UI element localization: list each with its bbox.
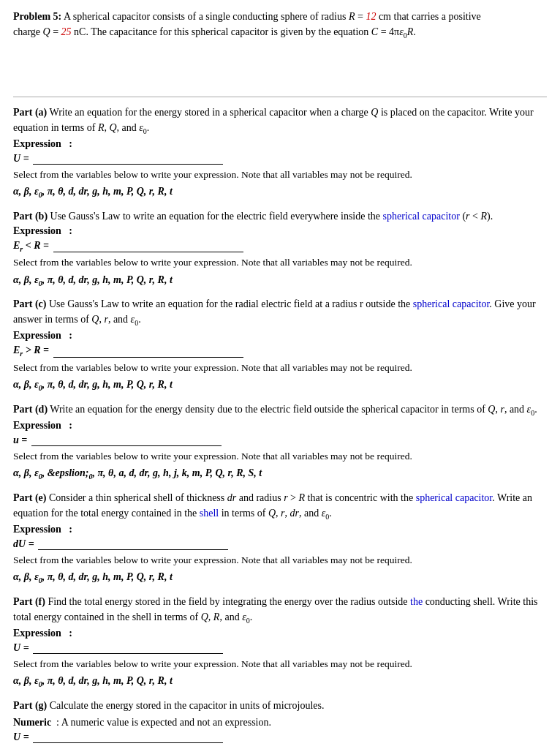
- part-a-section: Part (a) Write an equation for the energ…: [13, 105, 547, 201]
- problem-intro-text: A spherical capacitor consists of a sing…: [64, 11, 481, 22]
- part-f-var-list: α, β, ε0, π, θ, d, dr, g, h, m, P, Q, r,…: [13, 673, 547, 690]
- part-e-select-instruction: Select from the variables below to write…: [13, 553, 547, 568]
- part-e-section: Part (e) Consider a thin spherical shell…: [13, 490, 547, 587]
- part-f-field-line: U =: [13, 642, 547, 654]
- part-g-section: Part (g) Calculate the energy stored in …: [13, 698, 547, 743]
- part-a-expression-label: Expression :: [13, 138, 547, 150]
- part-b-label: Part (b): [13, 211, 48, 222]
- part-b-input-field[interactable]: [53, 242, 243, 252]
- part-c-input-field[interactable]: [53, 347, 243, 358]
- part-d-input-field[interactable]: [31, 436, 222, 446]
- part-c-var-list: α, β, ε0, π, θ, d, dr, g, h, m, P, Q, r,…: [13, 377, 547, 394]
- part-g-field-line: U =: [13, 731, 547, 743]
- part-b-field-line: Er < R =: [13, 240, 547, 253]
- part-a-input-field[interactable]: [33, 154, 223, 165]
- part-c-text: Part (c) Use Gauss's Law to write an equ…: [13, 296, 547, 328]
- part-b-select-instruction: Select from the variables below to write…: [13, 255, 547, 270]
- part-b-text: Part (b) Use Gauss's Law to write an equ…: [13, 208, 547, 224]
- problem-charge-text: charge Q = 25 nC. The capacitance for th…: [13, 26, 416, 37]
- part-a-select-instruction: Select from the variables below to write…: [13, 168, 547, 182]
- part-e-var-list: α, β, ε0, π, θ, d, dr, g, h, m, P, Q, r,…: [13, 569, 547, 587]
- part-d-text: Part (d) Write an equation for the energ…: [13, 402, 547, 418]
- part-g-label: Part (g): [13, 700, 47, 711]
- part-b-section: Part (b) Use Gauss's Law to write an equ…: [13, 208, 547, 290]
- part-c-label: Part (c): [13, 298, 46, 309]
- problem-number: Problem 5:: [13, 11, 61, 22]
- part-d-label: Part (d): [13, 404, 48, 415]
- section-divider: [13, 97, 547, 97]
- part-b-var-list: α, β, ε0, π, θ, d, dr, g, h, m, P, Q, r,…: [13, 272, 547, 290]
- part-a-label: Part (a): [13, 107, 47, 118]
- part-f-label: Part (f): [13, 596, 45, 607]
- part-d-field-line: u =: [13, 434, 547, 446]
- part-g-text: Part (g) Calculate the energy stored in …: [13, 698, 547, 713]
- part-c-field-line: Er > R =: [13, 345, 547, 358]
- part-f-input-field[interactable]: [33, 644, 223, 654]
- part-e-expression-label: Expression :: [13, 524, 547, 535]
- part-a-field-line: U =: [13, 153, 547, 165]
- part-c-expression-label: Expression :: [13, 330, 547, 342]
- part-c-select-instruction: Select from the variables below to write…: [13, 361, 547, 375]
- part-a-text: Part (a) Write an equation for the energ…: [13, 105, 547, 137]
- part-f-expression-label: Expression :: [13, 628, 547, 639]
- part-d-var-list: α, β, ε0, &epslion;0, π, θ, a, d, dr, g,…: [13, 465, 547, 483]
- part-a-var-list: α, β, ε0, π, θ, d, dr, g, h, m, P, Q, r,…: [13, 184, 547, 201]
- top-spacer: [13, 45, 547, 89]
- part-d-select-instruction: Select from the variables below to write…: [13, 449, 547, 464]
- part-f-select-instruction: Select from the variables below to write…: [13, 657, 547, 671]
- part-f-section: Part (f) Find the total energy stored in…: [13, 594, 547, 690]
- part-d-expression-label: Expression :: [13, 420, 547, 432]
- part-e-label: Part (e): [13, 492, 46, 503]
- part-e-field-line: dU =: [13, 538, 547, 550]
- part-f-text: Part (f) Find the total energy stored in…: [13, 594, 547, 626]
- part-e-text: Part (e) Consider a thin spherical shell…: [13, 490, 547, 522]
- part-b-expression-label: Expression :: [13, 225, 547, 237]
- problem-header: Problem 5: A spherical capacitor consist…: [13, 9, 547, 41]
- part-d-section: Part (d) Write an equation for the energ…: [13, 402, 547, 483]
- part-e-input-field[interactable]: [38, 540, 228, 550]
- part-c-section: Part (c) Use Gauss's Law to write an equ…: [13, 296, 547, 394]
- part-g-numeric-line: Numeric : A numeric value is expected an…: [13, 715, 547, 730]
- part-g-input-field[interactable]: [33, 733, 223, 743]
